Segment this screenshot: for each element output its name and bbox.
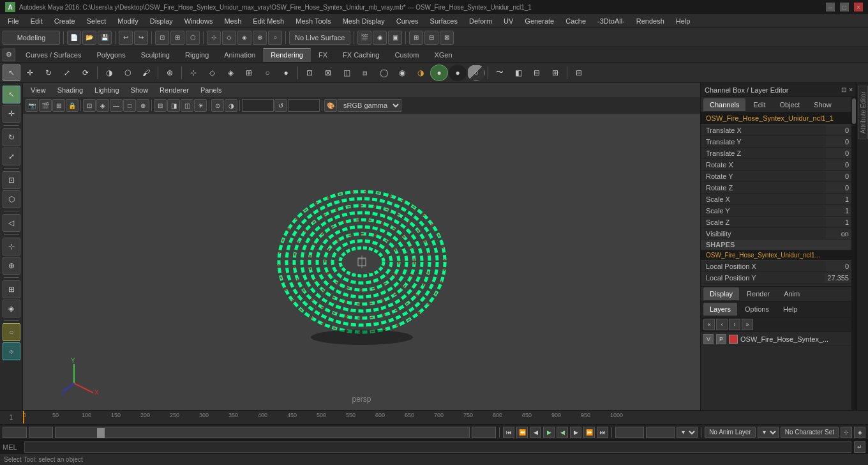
vpt-colorspace-select[interactable]: sRGB gamma [338, 99, 401, 112]
vpt-edge-btn[interactable]: — [110, 99, 123, 112]
vp-menu-panels[interactable]: Panels [195, 85, 227, 95]
menu-file[interactable]: File [3, 16, 24, 26]
rp-tab-edit[interactable]: Edit [747, 98, 772, 111]
menu-edit[interactable]: Edit [26, 16, 48, 26]
move-tool-btn[interactable]: ✛ [21, 65, 39, 81]
move-left-btn[interactable]: ✛ [3, 105, 20, 123]
menu-curves[interactable]: Curves [391, 16, 424, 26]
export-btn[interactable]: ⊟ [528, 65, 546, 81]
sculpt-btn[interactable]: ⬡ [119, 65, 137, 81]
menu-generate[interactable]: Generate [520, 16, 559, 26]
soft-mod-btn[interactable]: ◑ [100, 65, 118, 81]
menu-mesh[interactable]: Mesh [219, 16, 246, 26]
render-btn[interactable]: 🎬 [357, 31, 371, 45]
poly-select-btn[interactable]: ⊠ [319, 65, 337, 81]
channel-visibility[interactable]: Visibility on [701, 228, 857, 240]
texture-btn[interactable]: ◑ [412, 65, 430, 81]
snap-live-btn[interactable]: ○ [268, 31, 282, 45]
rotate-left-btn[interactable]: ↻ [3, 128, 20, 146]
tab-custom[interactable]: Custom [387, 48, 427, 62]
menu-cache[interactable]: Cache [560, 16, 591, 26]
panel-float-btn[interactable]: ⊡ [841, 86, 846, 93]
tab-sculpting[interactable]: Sculpting [133, 48, 177, 62]
vpt-value1-input[interactable]: 0.00 [242, 99, 274, 112]
pb-char-set-btn2[interactable]: ◈ [854, 427, 865, 438]
timeline[interactable]: 1 0 50 100 150 200 250 300 350 400 450 5… [0, 410, 868, 424]
channel-translate-y[interactable]: Translate Y 0 [701, 136, 857, 148]
open-file-btn[interactable]: 📂 [82, 31, 96, 45]
tab-rigging[interactable]: Rigging [177, 48, 216, 62]
layer-tab-layers[interactable]: Layers [703, 303, 737, 316]
select-tool-btn[interactable]: ↖ [3, 65, 20, 81]
transform-tool-btn[interactable]: ⟳ [77, 65, 94, 81]
dt-tab-render[interactable]: Render [740, 287, 776, 300]
pb-prev-frame-btn[interactable]: ◀ [530, 427, 541, 438]
snap-left-btn[interactable]: ⊹ [3, 238, 20, 255]
layer-tab-help[interactable]: Help [777, 303, 804, 316]
rp-tab-object[interactable]: Object [773, 98, 806, 111]
dt-tab-anim[interactable]: Anim [777, 287, 806, 300]
vpt-xray-btn[interactable]: ◑ [225, 99, 237, 112]
layer-tab-options[interactable]: Options [738, 303, 775, 316]
tab-settings-btn[interactable]: ⚙ [3, 49, 15, 61]
menu-display[interactable]: Display [145, 16, 178, 26]
attr-editor-btn[interactable]: Attribute Editor [858, 86, 868, 139]
anim-curve-btn[interactable]: 〜 [491, 65, 509, 81]
vpt-uvs-btn[interactable]: ⊕ [137, 99, 149, 112]
xray-btn[interactable]: ◫ [338, 65, 355, 81]
channel-translate-z[interactable]: Translate Z 0 [701, 148, 857, 159]
vpt-grid-btn[interactable]: ⊞ [52, 99, 65, 112]
pivot-left-btn[interactable]: ⊕ [3, 257, 20, 275]
layer-nav-first[interactable]: « [703, 319, 715, 330]
vp-menu-renderer[interactable]: Renderer [154, 85, 194, 95]
layout-btn2[interactable]: ⊟ [424, 31, 438, 45]
paint-skin-btn[interactable]: 🖌 [137, 65, 155, 81]
menu-rendesh[interactable]: Rendesh [631, 16, 670, 26]
vpt-lock-btn[interactable]: 🔒 [66, 99, 79, 112]
show-render-btn[interactable]: ▣ [388, 31, 402, 45]
rp-tab-channels[interactable]: Channels [703, 98, 745, 111]
timeline-ruler[interactable]: 0 50 100 150 200 250 300 350 400 450 500… [23, 411, 712, 424]
component-icon-btn[interactable]: ⊡ [301, 65, 318, 81]
pb-last-frame-btn[interactable]: ⏭ [597, 427, 608, 438]
playback-slider-thumb[interactable] [97, 428, 105, 438]
pb-next-key-btn[interactable]: ⏩ [583, 427, 595, 438]
select-left-btn[interactable]: ↖ [3, 86, 20, 103]
anim-layer-select[interactable]: ▾ [758, 427, 779, 438]
wireframe-btn[interactable]: ⧈ [356, 65, 374, 81]
snap-curve-btn[interactable]: ◇ [222, 31, 236, 45]
freeze-btn[interactable]: ⟐ [3, 342, 20, 360]
panel-close-btn[interactable]: × [849, 86, 853, 93]
mel-input[interactable] [24, 441, 851, 453]
snap-surface-btn[interactable]: ⊕ [253, 31, 267, 45]
dt-tab-display[interactable]: Display [703, 287, 739, 300]
vpt-film-btn[interactable]: 🎬 [39, 99, 52, 112]
snap-point-icon-btn[interactable]: ◈ [221, 65, 239, 81]
color-mgmt-btn[interactable]: ○ [467, 65, 485, 81]
new-file-btn[interactable]: 📄 [67, 31, 81, 45]
vpt-all-lights-btn[interactable]: ☀ [194, 99, 207, 112]
shapes-header[interactable]: SHAPES [701, 240, 857, 250]
scale-tool-btn[interactable]: ⤢ [58, 65, 76, 81]
right-panel-scrollbar[interactable] [851, 97, 857, 410]
frame-range-end-input[interactable]: 120 [472, 427, 496, 438]
scale-left-btn[interactable]: ⤢ [3, 148, 20, 165]
menu-3dtoall[interactable]: -3DtoAll- [592, 16, 630, 26]
mel-execute-btn[interactable]: ↵ [854, 441, 865, 453]
tab-fx[interactable]: FX [311, 48, 335, 62]
layer-nav-prev[interactable]: ‹ [716, 319, 728, 330]
menu-select[interactable]: Select [82, 16, 112, 26]
menu-deform[interactable]: Deform [464, 16, 497, 26]
ipr-btn[interactable]: ◉ [373, 31, 387, 45]
undo-btn[interactable]: ↩ [119, 31, 133, 45]
vp-menu-view[interactable]: View [26, 85, 51, 95]
tab-curves-surfaces[interactable]: Curves / Surfaces [18, 48, 89, 62]
component-left-btn[interactable]: ◈ [3, 300, 20, 317]
frame-end-input[interactable]: 120 [615, 427, 644, 438]
light-btn[interactable]: ● [430, 65, 448, 81]
bookmark-btn[interactable]: ⊟ [570, 65, 588, 81]
vpt-vertex-btn[interactable]: ◈ [96, 99, 109, 112]
vpt-isolate-btn[interactable]: ⊙ [211, 99, 224, 112]
close-button[interactable]: × [854, 3, 863, 11]
frame-current-input[interactable]: 1 [29, 427, 53, 438]
